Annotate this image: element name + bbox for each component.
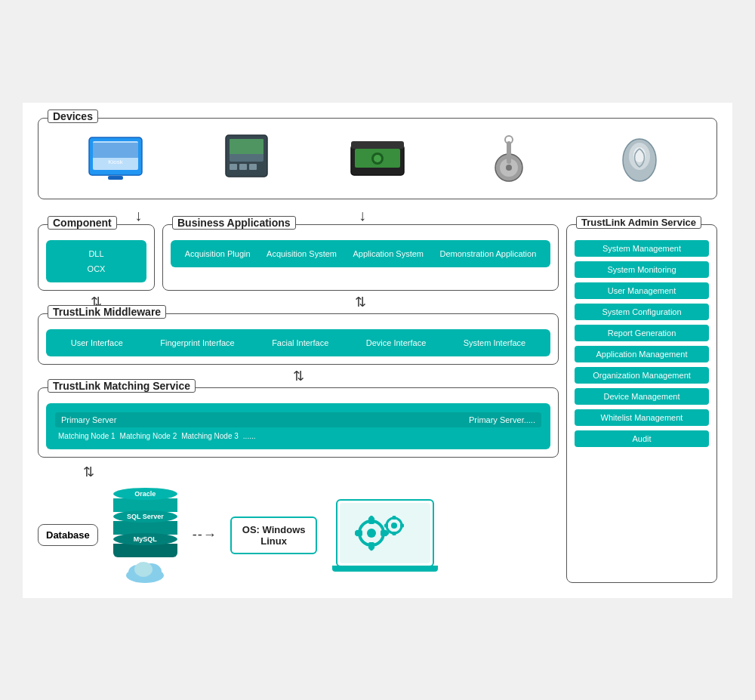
component-teal: DLL OCX (46, 240, 146, 282)
svg-point-39 (391, 523, 397, 529)
svg-rect-7 (230, 139, 263, 154)
svg-rect-15 (351, 141, 404, 149)
admin-item-4: Report Generation (575, 325, 709, 341)
component-items: DLL OCX (55, 249, 137, 273)
device-tablet: Kiosk (78, 132, 153, 185)
os-box: OS: Windows Linux (230, 517, 318, 554)
node-1: Matching Node 2 (120, 432, 177, 440)
biz-item-3: Demonstration Application (439, 249, 536, 258)
node-0: Matching Node 1 (58, 432, 116, 440)
svg-rect-42 (384, 523, 388, 527)
device-keyfob (471, 132, 547, 185)
admin-item-2: User Management (575, 282, 709, 299)
svg-point-27 (134, 562, 153, 577)
svg-rect-9 (239, 164, 247, 170)
biz-arrow-updown: ⇅ (162, 294, 559, 310)
db-mysql-container: MySQL (113, 533, 177, 557)
db-mysql-top: MySQL (113, 533, 177, 545)
biz-item-0: Acquisition Plugin (185, 249, 251, 258)
svg-rect-2 (108, 176, 123, 180)
matching-section: TrustLink Matching Service Primary Serve… (38, 387, 559, 458)
svg-rect-18 (507, 141, 511, 164)
admin-item-9: Audit (575, 430, 709, 447)
devices-section: Devices Kiosk (38, 118, 717, 199)
mw-item-1: Fingerprint Interface (160, 338, 234, 347)
component-label: Component (48, 216, 117, 230)
large-gear (355, 514, 390, 550)
middleware-teal: User Interface Fingerprint Interface Fac… (46, 329, 550, 356)
laptop-screen-inner (340, 503, 430, 563)
matching-nodes-row: Matching Node 1 Matching Node 2 Matching… (55, 432, 541, 440)
business-apps-teal-box: Acquisition Plugin Acquisition System Ap… (171, 240, 550, 267)
cloud-svg (122, 560, 168, 583)
admin-item-7: Device Management (575, 388, 709, 405)
database-label-box: Database (38, 524, 98, 546)
os-label: OS: Windows (242, 524, 306, 535)
main-container: Devices Kiosk (23, 103, 732, 598)
admin-section: TrustLink Admin Service System Managemen… (566, 224, 717, 583)
db-oracle-container: Oracle (113, 488, 177, 512)
biz-item-2: Application System (353, 249, 424, 258)
database-row: Database Oracle SQL Server (38, 488, 559, 583)
device-scanner (340, 132, 415, 185)
svg-rect-8 (230, 164, 237, 170)
laptop-screen (336, 499, 434, 567)
svg-rect-3 (93, 143, 138, 158)
admin-label: TrustLink Admin Service (576, 216, 701, 229)
biz-item-1: Acquisition System (267, 249, 337, 258)
svg-point-14 (374, 155, 381, 162)
node-2: Matching Node 3 (181, 432, 239, 440)
admin-item-0: System Management (575, 240, 709, 257)
db-to-os-arrow: - - → (193, 527, 215, 543)
mw-item-3: Device Interface (366, 338, 426, 347)
keyfob-svg (490, 134, 528, 183)
os-container: OS: Windows Linux (230, 517, 318, 554)
component-ocx: OCX (74, 264, 119, 273)
admin-item-8: Whitelist Management (575, 409, 709, 426)
database-visual: Oracle SQL Server MySQL (113, 488, 177, 583)
component-section: Component DLL OCX (38, 224, 155, 291)
primary-server-1: Primary Server (61, 415, 116, 424)
svg-text:Kiosk: Kiosk (108, 159, 124, 165)
mw-item-0: User Interface (71, 338, 123, 347)
gears-svg (355, 510, 415, 556)
admin-item-6: Organization Management (575, 367, 709, 384)
devices-label: Devices (48, 109, 98, 123)
content-right: TrustLink Admin Service System Managemen… (566, 224, 717, 583)
device-handheld (208, 132, 284, 185)
svg-rect-41 (393, 532, 396, 535)
mw-item-4: System Interface (464, 338, 526, 347)
matching-db-arrow: ⇅ (38, 464, 559, 480)
business-apps-label: Business Applications (172, 216, 296, 230)
db-sqlserver-container: SQL Server (113, 510, 177, 535)
scanner-svg (347, 134, 408, 183)
db-oracle-body (113, 498, 177, 512)
admin-item-1: System Monitoring (575, 261, 709, 278)
business-apps-teal: Acquisition Plugin Acquisition System Ap… (171, 240, 550, 267)
db-sqlserver-top: SQL Server (113, 510, 177, 523)
svg-rect-40 (393, 516, 396, 520)
svg-rect-43 (400, 523, 404, 527)
middleware-label: TrustLink Middleware (48, 305, 166, 319)
db-cloud (122, 560, 168, 583)
primary-servers-row: Primary Server Primary Server..... (55, 412, 541, 427)
admin-item-5: Application Management (575, 346, 709, 362)
content-left: Component DLL OCX Business Applications (38, 224, 559, 583)
middleware-section: TrustLink Middleware User Interface Fing… (38, 313, 559, 365)
svg-point-29 (367, 529, 376, 538)
db-oracle-top: Oracle (113, 488, 177, 500)
main-layout: Component DLL OCX Business Applications (38, 224, 717, 583)
db-mysql-body (113, 544, 177, 557)
matching-teal: Primary Server Primary Server..... Match… (46, 403, 550, 449)
component-teal-box: DLL OCX (46, 240, 146, 282)
laptop-container (332, 499, 438, 572)
primary-server-2: Primary Server..... (469, 415, 535, 424)
tablet-svg: Kiosk (85, 134, 146, 183)
devices-row: Kiosk (50, 126, 705, 191)
middleware-items: User Interface Fingerprint Interface Fac… (55, 338, 541, 347)
matching-label: TrustLink Matching Service (48, 379, 196, 393)
svg-point-20 (506, 165, 512, 171)
admin-items: System Management System Monitoring User… (575, 240, 709, 447)
mw-item-2: Facial Interface (272, 338, 328, 347)
os-linux: Linux (242, 535, 306, 547)
